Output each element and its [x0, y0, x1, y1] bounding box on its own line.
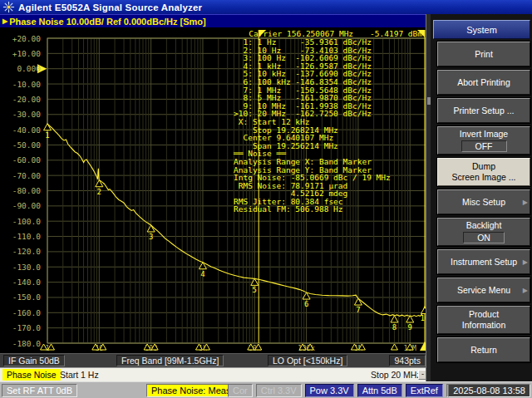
phase-noise-plot: 1101001k10k100k1M10M12345678910 +20.00+1… — [0, 27, 429, 353]
y-axis-label: -160.0 — [0, 308, 43, 317]
measurement-status-badge: Phase Noise: Meas — [146, 384, 235, 397]
status-bar: Set RF ATT 0dB Phase Noise: Meas CorCtrl… — [0, 381, 532, 398]
softkey-dump-screen-image[interactable]: DumpScreen Image ... — [437, 158, 530, 186]
softkey-print[interactable]: Print — [437, 42, 530, 66]
trace-header: ▶ Phase Noise 10.00dB/ Ref 0.000dBc/Hz [… — [0, 14, 429, 27]
y-axis-label: +20.00 — [0, 34, 43, 43]
y-axis-label: +10.00 — [0, 49, 43, 58]
softkey-product-information[interactable]: ProductInformation — [437, 306, 530, 334]
marker-8-number: 8 — [392, 323, 397, 332]
y-axis-label: -100.0 — [0, 217, 43, 226]
hw-settings-bar: IF Gain 50dB Freq Band [99M-1.5GHz] LO O… — [0, 353, 429, 367]
submenu-arrow-icon: ▶ — [523, 285, 528, 296]
marker-8-axis-icon — [391, 344, 397, 350]
freq-band-field: Freq Band [99M-1.5GHz] — [116, 355, 224, 366]
y-axis-labels: +20.00+10.000.000-10.00-20.00-30.00-40.0… — [0, 27, 43, 353]
softkey-instrument-setup[interactable]: Instrument Setup▶ — [437, 249, 530, 274]
indicator-cor: Cor — [228, 384, 253, 397]
softkey-menu: System PrintAbort PrintingPrinter Setup … — [431, 14, 532, 381]
y-axis-label: -50.00 — [0, 140, 43, 150]
y-axis-label: -120.0 — [0, 247, 43, 256]
y-axis-label: -180.0 — [0, 339, 43, 348]
marker-6-number: 6 — [304, 300, 308, 308]
marker-8-icon — [391, 316, 398, 322]
y-axis-label: 0.000 — [0, 64, 43, 73]
instrument-screen: Agilent E5052A Signal Source Analyzer ▶ … — [0, 0, 532, 398]
y-axis-label: -70.00 — [0, 171, 43, 180]
y-axis-label: -150.0 — [0, 292, 43, 302]
softkey-menu-title: System — [433, 20, 530, 39]
window-titlebar: Agilent E5052A Signal Source Analyzer — [0, 0, 532, 14]
marker-3-number: 3 — [149, 233, 153, 241]
marker-2-number: 2 — [97, 188, 101, 196]
softkey-printer-setup[interactable]: Printer Setup ... — [437, 98, 530, 123]
softkey-abort-printing[interactable]: Abort Printing — [437, 70, 530, 95]
y-axis-label: -110.0 — [0, 232, 43, 241]
clock: 2025-08-08 13:58 — [448, 384, 530, 397]
status-message: Set RF ATT 0dB — [2, 384, 77, 397]
y-axis-label: -10.00 — [0, 80, 43, 89]
y-axis-label: -20.00 — [0, 95, 43, 104]
trace-header-label: Phase Noise 10.00dB/ Ref 0.000dBc/Hz [Sm… — [9, 17, 206, 27]
marker-9-number: 9 — [408, 323, 412, 332]
if-gain-field: IF Gain 50dB — [3, 355, 65, 366]
indicator-pow-3v3: Pow 3.3V — [305, 384, 354, 397]
sweep-start-label: Start 1 Hz — [60, 370, 99, 380]
marker-1-icon — [44, 124, 52, 130]
y-axis-label: -60.00 — [0, 155, 43, 165]
indicator-extref: ExtRef — [406, 384, 443, 397]
y-axis-label: -80.00 — [0, 186, 43, 195]
marker-4-number: 4 — [200, 270, 204, 278]
submenu-arrow-icon: ▶ — [523, 197, 528, 208]
marker-1-number: 1 — [45, 131, 49, 140]
agilent-logo-icon — [2, 1, 15, 13]
marker-5-number: 5 — [253, 286, 257, 294]
trace-arrow-icon: ▶ — [2, 17, 7, 25]
indicator-attn-5db: Attn 5dB — [357, 384, 402, 397]
sweep-range-bar: Phase Noise Start 1 Hz Stop 20 MHz - — [0, 367, 429, 381]
softkey-invert-image-value: OFF — [461, 140, 507, 152]
softkey-backlight-value: ON — [463, 232, 505, 243]
marker-7-number: 7 — [356, 306, 360, 314]
y-axis-label: -40.00 — [0, 125, 43, 135]
softkey-return[interactable]: Return — [437, 337, 530, 362]
window-title: Agilent E5052A Signal Source Analyzer — [18, 2, 202, 12]
softkey-list: PrintAbort PrintingPrinter Setup ...Inve… — [437, 42, 530, 366]
lo-opt-field: LO Opt [<150kHz] — [268, 355, 347, 366]
y-axis-label: -30.00 — [0, 110, 43, 119]
carrier-power: -5.4197 dBm — [370, 29, 422, 38]
y-axis-label: -130.0 — [0, 263, 43, 272]
softkey-misc-setup[interactable]: Misc Setup▶ — [437, 189, 530, 214]
softkey-backlight[interactable]: BacklightON — [437, 218, 530, 246]
y-axis-label: -140.0 — [0, 278, 43, 287]
points-field: 943pts — [389, 355, 426, 366]
submenu-arrow-icon: ▶ — [523, 257, 528, 268]
y-axis-label: -170.0 — [0, 323, 43, 332]
y-axis-label: -90.00 — [0, 201, 43, 210]
marker-table: 1: 1 Hz -35.9361 dBc/Hz 2: 10 Hz -73.410… — [234, 38, 391, 214]
softkey-service-menu[interactable]: Service Menu▶ — [437, 278, 530, 302]
indicator-ctrl-3v3: Ctrl 3.3V — [256, 384, 302, 397]
trace-tab-phase-noise[interactable]: Phase Noise — [2, 369, 61, 381]
sweep-stop-label: Stop 20 MHz — [371, 370, 421, 380]
softkey-invert-image[interactable]: Invert ImageOFF — [437, 126, 530, 155]
